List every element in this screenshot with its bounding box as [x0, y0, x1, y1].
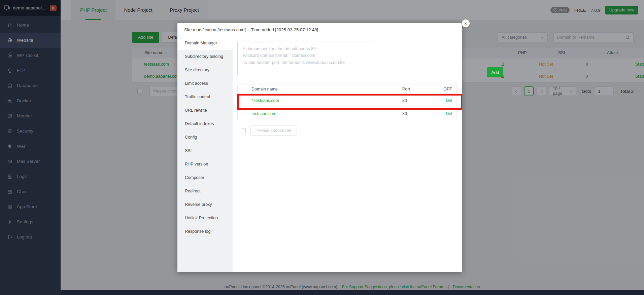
menu-item-label: Hotlink Protection [185, 216, 218, 220]
domain-port: 80 [402, 111, 436, 116]
menu-item-url-rewrite[interactable]: URL rewrite [177, 104, 233, 117]
menu-item-reverse-proxy[interactable]: Reverse proxy [177, 198, 233, 211]
close-button[interactable]: × [462, 19, 470, 28]
menu-item-label: Domain Manager [185, 41, 217, 45]
domain-row: testsaas.com 80 Del [238, 107, 456, 120]
menu-item-label: PHP version [185, 162, 208, 167]
domain-row-checkbox[interactable] [242, 98, 242, 103]
menu-item-redirect[interactable]: Redirect [177, 184, 233, 198]
menu-item-hotlink-protection[interactable]: Hotlink Protection [177, 211, 233, 225]
menu-item-label: Traffic control [185, 95, 210, 99]
menu-item-subdirectory-binding[interactable]: Subdirectory binding [177, 50, 233, 63]
modal-body: Domain Manager Subdirectory binding Site… [177, 36, 462, 272]
batch-delete-row: Please choose del [237, 125, 456, 136]
please-choose-del-button[interactable]: Please choose del [250, 125, 297, 136]
domain-input-placeholder-line: Wildcard domain format: *.domain.com [243, 52, 366, 59]
menu-item-label: Redirect [185, 189, 201, 193]
menu-item-default-indexes[interactable]: Default indexes [177, 117, 233, 131]
app-root: demo.aapanel.... 0 Home Website WP Toolk… [0, 0, 644, 295]
menu-item-label: Default indexes [185, 121, 214, 126]
domain-row: *.testsaas.com 80 Del [238, 94, 456, 107]
domain-name: testsaas.com [251, 111, 402, 116]
modal-menu: Domain Manager Subdirectory binding Site… [177, 36, 233, 272]
menu-item-label: Response log [185, 229, 210, 234]
menu-item-response-log[interactable]: Response log [177, 225, 233, 238]
batch-delete-checkbox[interactable] [241, 128, 246, 133]
domain-input-placeholder-line: A domain per line, the default port is 8… [243, 45, 366, 52]
col-opt: OPT [443, 87, 452, 91]
close-icon: × [464, 21, 467, 26]
site-modification-modal: × Site modification [testsaas.com] -- Ti… [177, 23, 462, 272]
add-domain-button[interactable]: Add [487, 67, 503, 77]
menu-item-php-version[interactable]: PHP version [177, 157, 233, 171]
col-domain-name: Domain name [251, 87, 402, 91]
menu-item-domain-manager[interactable]: Domain Manager [177, 36, 233, 50]
menu-item-label: Composer [185, 175, 204, 180]
menu-item-limit-access[interactable]: Limit access [177, 77, 233, 90]
menu-item-traffic-control[interactable]: Traffic control [177, 90, 233, 104]
menu-item-site-directory[interactable]: Site directory [177, 63, 233, 77]
domain-input[interactable]: A domain per line, the default port is 8… [237, 41, 371, 76]
select-all-domains-checkbox[interactable] [242, 86, 242, 92]
modal-title: Site modification [testsaas.com] -- Time… [184, 27, 318, 32]
menu-item-composer[interactable]: Composer [177, 171, 233, 184]
col-port: Port [402, 87, 436, 91]
domain-table: Domain name Port OPT *.testsaas.com 80 D… [237, 84, 456, 120]
menu-item-label: Config [185, 135, 197, 140]
domain-table-header: Domain name Port OPT [238, 84, 456, 94]
domain-port: 80 [402, 98, 436, 103]
delete-domain-link[interactable]: Del [446, 98, 452, 103]
domain-input-placeholder-line: To add another port, the format is www.d… [243, 59, 366, 66]
delete-domain-link[interactable]: Del [446, 111, 452, 116]
domain-manager-panel: A domain per line, the default port is 8… [233, 36, 462, 272]
menu-item-label: Reverse proxy [185, 202, 212, 207]
modal-header: Site modification [testsaas.com] -- Time… [177, 23, 462, 36]
menu-item-label: Site directory [185, 68, 209, 72]
menu-item-config[interactable]: Config [177, 131, 233, 144]
menu-item-label: Subdirectory binding [185, 54, 223, 59]
domain-row-checkbox[interactable] [242, 111, 242, 116]
menu-item-label: Limit access [185, 81, 208, 86]
menu-item-ssl[interactable]: SSL [177, 144, 233, 157]
menu-item-label: URL rewrite [185, 108, 207, 113]
menu-item-label: SSL [185, 148, 193, 153]
domain-name: *.testsaas.com [251, 98, 402, 103]
